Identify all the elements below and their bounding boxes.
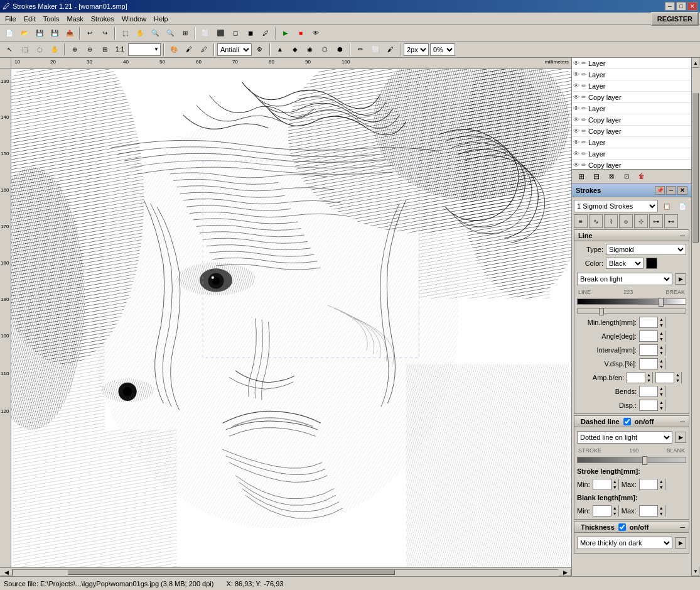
blank-max-up[interactable]: ▲ xyxy=(657,505,665,511)
dashed-slider-handle[interactable] xyxy=(642,456,647,465)
ampben-spin2[interactable]: 23 ▲ ▼ xyxy=(655,372,682,383)
disp-spin[interactable]: 0 ▲ ▼ xyxy=(639,400,665,411)
pencil-icon-3[interactable]: ✏ xyxy=(581,82,586,89)
eye-icon-7[interactable]: 👁 xyxy=(573,128,579,134)
zoom-in-button[interactable]: 🔍 xyxy=(148,26,162,40)
interval-input[interactable]: 1 xyxy=(640,346,657,354)
menu-strokes[interactable]: Strokes xyxy=(87,14,118,24)
pencil-icon-4[interactable]: ✏ xyxy=(581,94,586,101)
redo-button[interactable]: ↪ xyxy=(98,26,112,40)
ampben-up2[interactable]: ▲ xyxy=(674,372,681,378)
eye-icon-5[interactable]: 👁 xyxy=(573,105,579,112)
menu-edit[interactable]: Edit xyxy=(20,14,40,24)
scroll-thumb-h[interactable] xyxy=(68,570,395,575)
vdisp-up[interactable]: ▲ xyxy=(657,358,665,364)
scroll-left-btn[interactable]: ◀ xyxy=(0,569,13,576)
eye-icon-2[interactable]: 👁 xyxy=(573,71,579,78)
line-section-header[interactable]: Line ─ xyxy=(574,230,689,241)
eye-icon-6[interactable]: 👁 xyxy=(573,116,579,123)
ampben-up1[interactable]: ▲ xyxy=(645,372,652,378)
restore-button[interactable]: □ xyxy=(676,2,686,11)
tool3-button[interactable]: ◻ xyxy=(229,26,242,40)
tool1-button[interactable]: ⬜ xyxy=(198,26,212,40)
layer-delete-btn[interactable]: 🗑 xyxy=(635,170,649,183)
stroke-max-input[interactable]: 0,4 xyxy=(640,481,657,488)
stroke-icon-5[interactable]: ⊹ xyxy=(634,214,648,228)
hand-tool[interactable]: ✋ xyxy=(48,43,62,57)
layer-row-3[interactable]: 👁 ✏ Layer xyxy=(572,80,691,92)
select-tool[interactable]: ⬚ xyxy=(18,43,31,57)
ampben-down1[interactable]: ▼ xyxy=(645,378,652,383)
thickness-preset-select[interactable]: More thickly on dark xyxy=(577,537,672,549)
disp-up[interactable]: ▲ xyxy=(657,400,665,405)
px-select[interactable]: 2px xyxy=(404,43,429,56)
antialias-select[interactable]: Antiali xyxy=(217,43,252,56)
stroke-icon-3[interactable]: ⌇ xyxy=(604,214,618,228)
tool5-button[interactable]: 🖊 xyxy=(259,26,272,40)
angle-spin[interactable]: 0 ▲ ▼ xyxy=(639,331,665,342)
dashed-checkbox[interactable] xyxy=(623,418,631,425)
pen-tool[interactable]: ✏ xyxy=(353,43,367,57)
mask-tool2[interactable]: ◆ xyxy=(288,43,302,57)
layer-row-10[interactable]: 👁 ✏ Copy layer xyxy=(572,160,691,169)
min-length-spin[interactable]: 0.1 ▲ ▼ xyxy=(639,317,665,328)
pencil-icon-5[interactable]: ✏ xyxy=(581,105,586,112)
layer-flatten-btn[interactable]: ⊡ xyxy=(620,170,633,183)
color-tool3[interactable]: 🖊 xyxy=(197,43,211,57)
pencil-icon-9[interactable]: ✏ xyxy=(581,150,586,157)
pencil-icon-8[interactable]: ✏ xyxy=(581,139,586,146)
interval-down[interactable]: ▼ xyxy=(657,350,665,356)
tool4-button[interactable]: ◼ xyxy=(244,26,257,40)
scroll-up-btn[interactable]: ▲ xyxy=(692,58,699,68)
bends-up[interactable]: ▲ xyxy=(657,386,665,391)
eye-icon-8[interactable]: 👁 xyxy=(573,139,579,146)
interval-spin[interactable]: 1 ▲ ▼ xyxy=(639,344,665,356)
menu-mask[interactable]: Mask xyxy=(63,14,87,24)
disp-input[interactable]: 0 xyxy=(640,402,657,409)
pct-select[interactable]: 0% xyxy=(430,43,455,56)
color-tool1[interactable]: 🎨 xyxy=(167,43,181,57)
mask-tool3[interactable]: ◉ xyxy=(303,43,317,57)
zoom-input[interactable]: 297% xyxy=(130,46,154,53)
zoom-dropdown-icon[interactable]: ▼ xyxy=(154,46,159,52)
zoom-combo[interactable]: 297% ▼ xyxy=(128,43,161,56)
stroke-min-input[interactable]: 0,2 xyxy=(593,481,611,488)
preset-paste-btn[interactable]: 📄 xyxy=(676,199,689,213)
mask-tool1[interactable]: ▲ xyxy=(273,43,287,57)
blank-min-input[interactable]: 0,2 xyxy=(593,507,611,515)
preset-copy-btn[interactable]: 📋 xyxy=(660,199,674,213)
scroll-down-btn[interactable]: ▼ xyxy=(692,566,699,576)
menu-window[interactable]: Window xyxy=(118,14,150,24)
menu-help[interactable]: Help xyxy=(150,14,172,24)
strokes-minimize-btn[interactable]: ─ xyxy=(666,186,676,195)
settings-tool[interactable]: ⚙ xyxy=(253,43,267,57)
blank-min-down[interactable]: ▼ xyxy=(611,511,618,516)
ampben-input2[interactable]: 23 xyxy=(656,374,674,381)
angle-up[interactable]: ▲ xyxy=(657,331,665,336)
line-slider-handle[interactable] xyxy=(659,298,664,307)
min-length-down[interactable]: ▼ xyxy=(657,322,665,328)
stroke-icon-1[interactable]: ≡ xyxy=(574,214,588,228)
strokes-pin-btn[interactable]: 📌 xyxy=(655,186,665,195)
layers-list[interactable]: 👁 ✏ Layer 👁 ✏ Layer 👁 ✏ Layer xyxy=(572,58,691,169)
layer-row-1[interactable]: 👁 ✏ Layer xyxy=(572,58,691,69)
color-tool2[interactable]: 🖌 xyxy=(182,43,196,57)
bends-input[interactable]: 1 xyxy=(640,388,657,395)
color-select[interactable]: Black xyxy=(606,258,643,269)
save-button[interactable]: 💾 xyxy=(33,26,46,40)
ampben-down2[interactable]: ▼ xyxy=(674,378,681,383)
break-arrow-btn[interactable]: ▶ xyxy=(675,273,686,285)
zoom-out-tool[interactable]: ⊖ xyxy=(83,43,97,57)
layer-row-7[interactable]: 👁 ✏ Copy layer xyxy=(572,126,691,137)
preview-button[interactable]: 👁 xyxy=(309,26,323,40)
interval-up[interactable]: ▲ xyxy=(657,344,665,350)
line-slider[interactable] xyxy=(577,298,686,305)
zoom-out-button[interactable]: 🔍 xyxy=(163,26,177,40)
layer-merge-btn[interactable]: ⊠ xyxy=(605,170,618,183)
layer-row-8[interactable]: 👁 ✏ Layer xyxy=(572,137,691,148)
blank-max-input[interactable]: 0,3 xyxy=(640,507,657,515)
layer-add-btn[interactable]: ⊞ xyxy=(574,170,588,183)
stroke-min-up[interactable]: ▲ xyxy=(611,479,618,484)
bends-spin[interactable]: 1 ▲ ▼ xyxy=(639,386,665,397)
h-scrollbar[interactable]: ◀ ▶ xyxy=(0,567,571,576)
